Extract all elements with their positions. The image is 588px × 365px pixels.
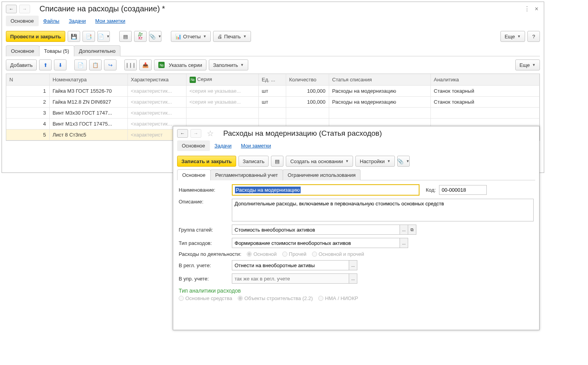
- formtab-goods[interactable]: Товары (5): [39, 45, 74, 56]
- col-analytics[interactable]: Аналитика: [430, 74, 540, 85]
- forward-button[interactable]: →: [19, 5, 30, 13]
- table-more-button[interactable]: Еще▼: [515, 59, 540, 70]
- tab-tasks[interactable]: Задачи: [210, 140, 237, 151]
- select-button[interactable]: ...: [400, 225, 408, 235]
- col-series[interactable]: № Серия: [186, 74, 258, 85]
- group-label: Группа статей:: [179, 227, 229, 233]
- add-row-button[interactable]: Добавить: [6, 59, 37, 70]
- post-and-close-button[interactable]: Провести и закрыть: [6, 31, 65, 42]
- star-icon[interactable]: ☆: [207, 129, 214, 138]
- type-label: Тип расходов:: [179, 240, 229, 246]
- col-article[interactable]: Статья списания: [329, 74, 430, 85]
- col-n[interactable]: N: [6, 74, 49, 85]
- list-button[interactable]: ▤: [119, 31, 132, 42]
- form-tabs: Основное Товары (5) Дополнительно: [6, 45, 540, 56]
- post-icon: 📑: [86, 34, 92, 40]
- barcode-button[interactable]: [124, 59, 137, 70]
- radio-ana-os: Основные средства: [179, 295, 232, 301]
- print-button[interactable]: Печать▼: [213, 31, 251, 42]
- create-by-button[interactable]: Создать на основании▼: [286, 156, 353, 167]
- arrow-right-icon: →: [194, 131, 198, 136]
- reports-button[interactable]: Отчеты▼: [171, 31, 211, 42]
- move-up-button[interactable]: ⬆: [39, 59, 52, 70]
- formtab-main[interactable]: Основное: [6, 45, 39, 56]
- list-button[interactable]: ▤: [271, 156, 283, 167]
- barcode-icon: [125, 62, 136, 68]
- table-row[interactable]: 1Гайка М3 ГОСТ 15526-70<характеристик...…: [6, 85, 540, 96]
- series-button[interactable]: №Указать серии: [154, 59, 206, 70]
- regl-field[interactable]: [232, 260, 349, 270]
- number-icon: №: [190, 77, 196, 83]
- reports-icon: [175, 34, 181, 40]
- copy-button[interactable]: [74, 59, 87, 70]
- attach-icon: 📎: [397, 158, 403, 164]
- tab-main[interactable]: Основное: [177, 140, 210, 151]
- nav-tabs: Основное Файлы Задачи Мои заметки: [2, 15, 544, 29]
- copy-icon: [77, 62, 84, 68]
- number-icon: №: [158, 62, 165, 68]
- kebab-icon[interactable]: ⋮: [524, 5, 530, 13]
- formtab-limit[interactable]: Ограничение использования: [283, 169, 361, 180]
- radio-activity-both: Основной и прочей: [312, 251, 364, 257]
- desc-field[interactable]: [232, 199, 534, 221]
- attach-button[interactable]: 📎▼: [149, 31, 161, 42]
- col-char[interactable]: Характеристика: [127, 74, 186, 85]
- settings-button[interactable]: Настройки▼: [355, 156, 395, 167]
- radio-ana-nma: НМА / НИОКР: [318, 295, 358, 301]
- radio-activity-other: Прочей: [282, 251, 307, 257]
- formtab-extra[interactable]: Дополнительно: [74, 45, 121, 56]
- arrow-up-icon: ⬆: [43, 62, 48, 68]
- code-label: Код:: [426, 187, 436, 193]
- write-button[interactable]: Записать: [238, 156, 269, 167]
- select-button[interactable]: ...: [349, 273, 357, 284]
- import-button[interactable]: 📥: [139, 59, 152, 70]
- select-button[interactable]: ...: [349, 260, 357, 270]
- tab-notes[interactable]: Мои заметки: [91, 16, 130, 26]
- col-unit[interactable]: Ед. ...: [258, 74, 286, 85]
- upr-field[interactable]: [232, 273, 349, 284]
- attach-button[interactable]: 📎▼: [397, 156, 410, 167]
- table-row[interactable]: 3Винт М3х30 ГОСТ 1747...<характеристик..…: [6, 107, 540, 118]
- tab-files[interactable]: Файлы: [39, 16, 64, 26]
- window-expense-article: ← → ☆ Расходы на модернизацию (Статья ра…: [173, 126, 540, 330]
- form-tabs: Основное Регламентированный учет Огранич…: [177, 169, 535, 180]
- back-button[interactable]: ←: [177, 129, 188, 138]
- table-row[interactable]: 2Гайка М12.8 ZN DIN6927<характеристик...…: [6, 96, 540, 107]
- name-field[interactable]: Расходы на модернизацию: [232, 184, 419, 196]
- save-button[interactable]: [68, 31, 80, 42]
- window-title: Списание на расходы (создание) *: [39, 4, 165, 13]
- more-button[interactable]: Еще▼: [500, 31, 525, 42]
- analytics-type-header: Тип аналитики расходов: [179, 288, 534, 294]
- back-button[interactable]: ←: [6, 5, 17, 13]
- fill-button[interactable]: Заполнить▼: [209, 59, 248, 70]
- list-icon: ▤: [275, 158, 280, 164]
- post-button[interactable]: 📑: [82, 31, 95, 42]
- regl-label: В регл. учете:: [179, 263, 229, 268]
- type-field[interactable]: [232, 238, 400, 248]
- close-icon[interactable]: ×: [533, 5, 540, 13]
- name-label: Наименование:: [179, 187, 229, 193]
- activity-label: Расходы по деятельности:: [179, 251, 241, 257]
- open-button[interactable]: ⧉: [408, 225, 416, 235]
- write-close-button[interactable]: Записать и закрыть: [177, 156, 236, 167]
- col-nomen[interactable]: Номенклатура: [49, 74, 127, 85]
- col-qty[interactable]: Количество: [286, 74, 329, 85]
- help-button[interactable]: ?: [527, 31, 540, 42]
- formtab-main[interactable]: Основное: [177, 169, 211, 180]
- group-field[interactable]: [232, 225, 400, 235]
- radio-activity-main: Основной: [247, 251, 277, 257]
- print-icon: [217, 34, 222, 40]
- code-field[interactable]: [439, 185, 487, 195]
- tab-tasks[interactable]: Задачи: [64, 16, 91, 26]
- share-button[interactable]: ↪: [104, 59, 117, 70]
- select-button[interactable]: ...: [400, 238, 408, 248]
- formtab-reg[interactable]: Регламентированный учет: [210, 169, 283, 180]
- basedon-button[interactable]: 📄▼: [97, 31, 110, 42]
- paste-button[interactable]: 📋: [89, 59, 102, 70]
- dtkt-button[interactable]: ДтКт: [134, 31, 147, 42]
- move-down-button[interactable]: ⬇: [54, 59, 66, 70]
- desc-label: Описание:: [179, 199, 229, 205]
- tab-main[interactable]: Основное: [6, 16, 39, 26]
- tab-notes[interactable]: Мои заметки: [236, 140, 276, 151]
- forward-button[interactable]: →: [190, 129, 201, 138]
